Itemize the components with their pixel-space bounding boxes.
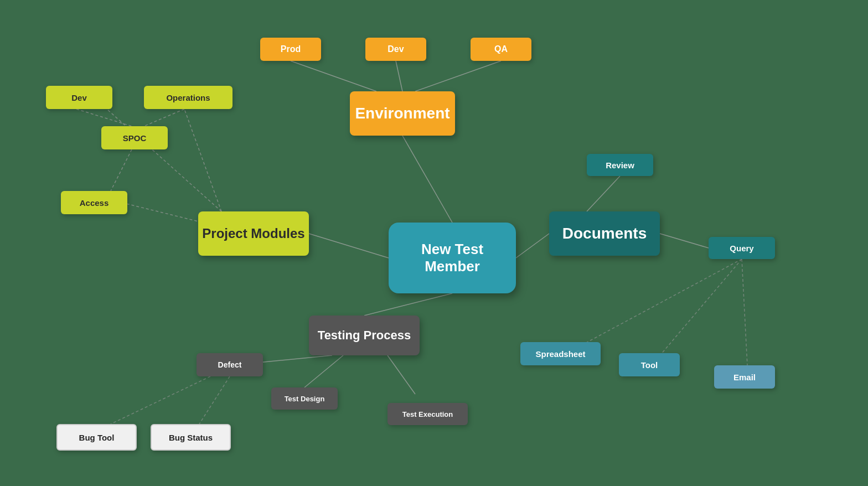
svg-line-5: [396, 61, 402, 91]
bug-status-label: Bug Status: [169, 433, 213, 442]
center-node[interactable]: New Test Member: [389, 223, 516, 293]
spoc-node[interactable]: SPOC: [101, 126, 168, 149]
spoc-label: SPOC: [123, 133, 147, 143]
email-label: Email: [733, 373, 756, 382]
email-node[interactable]: Email: [714, 365, 775, 389]
svg-line-20: [388, 355, 415, 394]
svg-line-11: [111, 149, 132, 191]
prod-node[interactable]: Prod: [260, 38, 321, 61]
svg-line-8: [184, 109, 221, 211]
dev-env-label: Dev: [388, 44, 404, 54]
svg-line-19: [304, 355, 343, 387]
operations-label: Operations: [166, 93, 210, 102]
svg-line-6: [415, 61, 501, 91]
operations-node[interactable]: Operations: [144, 86, 232, 109]
dev-env-node[interactable]: Dev: [365, 38, 426, 61]
testing-process-node[interactable]: Testing Process: [309, 316, 420, 355]
dev-pm-node[interactable]: Dev: [46, 86, 112, 109]
qa-label: QA: [494, 44, 508, 54]
review-label: Review: [606, 161, 634, 170]
test-design-node[interactable]: Test Design: [271, 387, 338, 410]
svg-line-3: [364, 293, 452, 316]
svg-line-13: [587, 176, 620, 211]
review-node[interactable]: Review: [587, 154, 653, 176]
environment-node[interactable]: Environment: [350, 91, 455, 136]
defect-node[interactable]: Defect: [197, 353, 263, 376]
test-execution-node[interactable]: Test Execution: [388, 403, 468, 425]
svg-line-17: [742, 259, 747, 365]
prod-label: Prod: [281, 44, 301, 54]
testing-process-label: Testing Process: [318, 328, 411, 343]
svg-line-0: [402, 136, 452, 223]
documents-node[interactable]: Documents: [549, 211, 660, 256]
project-modules-label: Project Modules: [202, 226, 304, 241]
defect-label: Defect: [218, 360, 242, 369]
qa-node[interactable]: QA: [471, 38, 531, 61]
access-node[interactable]: Access: [61, 191, 127, 214]
svg-line-22: [199, 376, 230, 424]
bug-tool-label: Bug Tool: [79, 433, 115, 442]
query-node[interactable]: Query: [709, 237, 775, 259]
environment-label: Environment: [355, 105, 450, 122]
svg-line-15: [565, 259, 742, 354]
svg-line-1: [309, 234, 389, 258]
bug-status-node[interactable]: Bug Status: [151, 424, 231, 451]
tool-node[interactable]: Tool: [619, 353, 680, 376]
svg-line-12: [122, 203, 198, 221]
svg-line-4: [291, 61, 376, 91]
query-label: Query: [730, 244, 753, 253]
svg-line-9: [76, 109, 132, 126]
spreadsheet-node[interactable]: Spreadsheet: [520, 342, 601, 365]
test-execution-label: Test Execution: [402, 410, 453, 418]
dev-pm-label: Dev: [71, 93, 87, 102]
svg-line-10: [144, 109, 184, 126]
documents-label: Documents: [562, 225, 647, 242]
svg-line-16: [652, 259, 742, 365]
tool-label: Tool: [641, 360, 658, 370]
center-node-label: New Test Member: [421, 241, 483, 275]
svg-line-2: [516, 234, 549, 258]
svg-line-14: [660, 234, 709, 248]
project-modules-node[interactable]: Project Modules: [198, 211, 309, 256]
svg-line-21: [111, 376, 210, 424]
access-label: Access: [80, 198, 109, 208]
spreadsheet-label: Spreadsheet: [535, 349, 585, 359]
bug-tool-node[interactable]: Bug Tool: [56, 424, 137, 451]
test-design-label: Test Design: [285, 395, 325, 403]
